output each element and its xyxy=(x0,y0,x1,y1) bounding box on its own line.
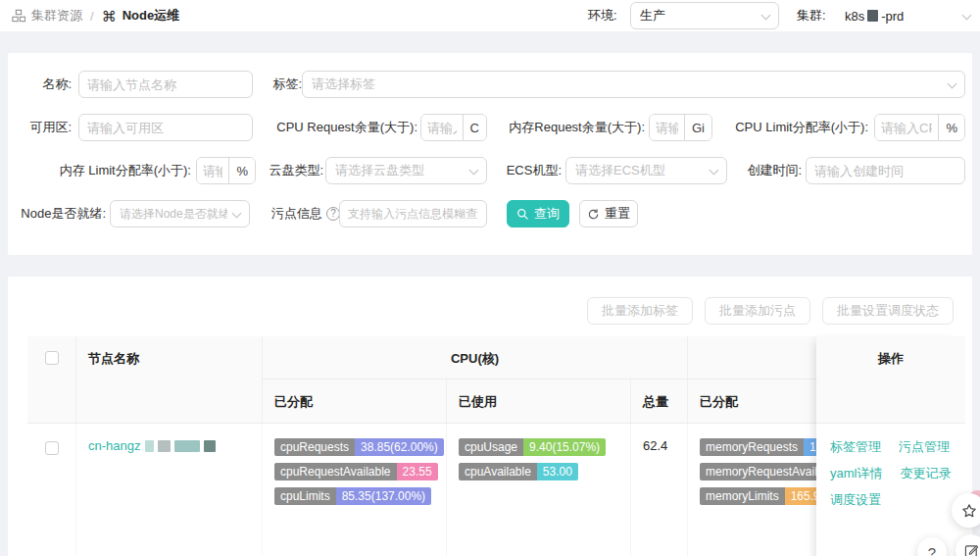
edit-icon xyxy=(964,543,979,556)
action-link[interactable]: 污点管理 xyxy=(899,438,950,456)
created-time-input[interactable] xyxy=(806,157,965,184)
ecs-type-label: ECS机型: xyxy=(503,157,562,184)
batch-add-label-button[interactable]: 批量添加标签 xyxy=(587,297,693,325)
mem-limit-input[interactable] xyxy=(197,158,228,183)
row-checkbox-cell xyxy=(27,424,76,556)
cluster-label: 集群: xyxy=(797,0,826,31)
node-name-cell: cn-hangz xyxy=(76,424,263,556)
env-label: 环境: xyxy=(588,0,617,31)
metric-badge-value: 85.35(137.00%) xyxy=(336,487,431,505)
chevron-down-icon xyxy=(962,11,972,21)
name-label: 名称: xyxy=(8,71,72,98)
ecs-type-placeholder: 请选择ECS机型 xyxy=(575,162,665,179)
disk-type-select[interactable]: 请选择云盘类型 xyxy=(325,157,487,184)
cpu-request-unit: C xyxy=(463,115,486,140)
cpu-total-cell: 62.4 xyxy=(631,424,688,556)
mem-limit-unit: % xyxy=(228,158,255,183)
cpu-limit-input[interactable] xyxy=(875,115,938,140)
metric-badge-label: cpuRequests xyxy=(274,438,355,456)
action-link[interactable]: 标签管理 xyxy=(830,438,881,456)
cpu-request-input[interactable] xyxy=(421,115,463,140)
cpu-allocated-badges: cpuRequests38.85(62.00%)cpuRequestAvaila… xyxy=(274,438,434,505)
chevron-down-icon xyxy=(710,166,719,176)
metric-badge-label: cpuAvailable xyxy=(459,463,537,480)
metric-badge: cpuUsage9.40(15.07%) xyxy=(459,438,606,456)
node-table-panel: 批量添加标签 批量添加污点 批量设置调度状态 节点名称 CPU(核) 已分配 已… xyxy=(8,277,972,556)
metric-badge-value: 53.00 xyxy=(537,463,578,480)
reset-icon xyxy=(587,208,600,221)
metric-badge-value: 38.85(62.00%) xyxy=(355,438,444,456)
action-link[interactable]: 调度设置 xyxy=(830,491,881,509)
cluster-select[interactable]: k8s -prd xyxy=(835,2,980,29)
operations-column: 操作 标签管理污点管理yaml详情变更记录调度设置 xyxy=(816,336,965,556)
reset-button[interactable]: 重置 xyxy=(579,200,638,227)
metric-badge-label: cpuUsage xyxy=(459,438,523,456)
command-icon: ⌘ xyxy=(102,9,117,24)
node-table: 节点名称 CPU(核) 已分配 已使用 总量 已分配 cn-hangz xyxy=(27,336,965,556)
tag-label: 标签: xyxy=(255,71,302,98)
cpu-request-input-group: C xyxy=(420,114,487,141)
mem-limit-label: 内存 Limit分配率(小于): xyxy=(8,157,191,184)
taint-input[interactable] xyxy=(339,200,487,227)
zone-input[interactable] xyxy=(78,114,253,141)
mem-request-label: 内存Request余量(大于): xyxy=(503,114,645,141)
search-icon xyxy=(516,208,529,221)
star-icon xyxy=(961,503,977,519)
chevron-down-icon xyxy=(948,79,957,89)
breadcrumb-separator: / xyxy=(90,9,94,24)
batch-toolbar: 批量添加标签 批量添加污点 批量设置调度状态 xyxy=(587,297,954,325)
row-checkbox[interactable] xyxy=(45,441,59,455)
action-link[interactable]: 变更记录 xyxy=(900,465,951,482)
breadcrumb-parent[interactable]: 集群资源 xyxy=(31,7,82,25)
breadcrumb-current: Node运维 xyxy=(122,7,180,25)
metric-badge: cpuRequests38.85(62.00%) xyxy=(274,438,444,456)
cluster-select-value: k8s -prd xyxy=(845,9,904,24)
taint-label-wrap: 污点信息 ? : xyxy=(271,200,348,227)
cluster-resources-icon xyxy=(12,9,25,23)
mem-request-input-group: Gi xyxy=(649,114,712,141)
env-select[interactable]: 生产 xyxy=(630,2,779,29)
zone-label: 可用区: xyxy=(8,114,72,141)
cpu-used-badges: cpuUsage9.40(15.07%)cpuAvailable53.00 xyxy=(459,438,618,480)
chevron-down-icon xyxy=(232,209,242,219)
favorite-fab-button[interactable] xyxy=(952,493,980,528)
help-circle-icon[interactable]: ? xyxy=(326,207,340,221)
metric-badge-label: cpuLimits xyxy=(274,487,336,505)
metric-badge: cpuRequestAvailable23.55 xyxy=(274,463,438,480)
header-cpu-used: 已使用 xyxy=(447,379,631,424)
metric-badge: cpuLimits85.35(137.00%) xyxy=(274,487,431,505)
action-link[interactable]: yaml详情 xyxy=(830,465,882,482)
batch-set-schedule-button[interactable]: 批量设置调度状态 xyxy=(822,297,954,325)
node-name-link[interactable]: cn-hangz xyxy=(88,438,250,453)
disk-type-label: 云盘类型: xyxy=(268,157,323,184)
header-node-name: 节点名称 xyxy=(76,336,263,424)
redacted-text xyxy=(867,10,878,22)
ecs-type-select[interactable]: 请选择ECS机型 xyxy=(565,157,727,184)
filter-panel: 名称: 标签: 请选择标签 可用区: CPU Request余量(大于): C … xyxy=(8,53,972,255)
metric-badge-label: memoryLimits xyxy=(700,487,785,505)
node-ready-label: Node是否就绪: xyxy=(8,200,106,227)
search-button[interactable]: 查询 xyxy=(507,200,569,227)
filter-row-1: 名称: 标签: 请选择标签 xyxy=(8,71,972,98)
redacted-text xyxy=(145,440,216,452)
select-all-checkbox[interactable] xyxy=(45,351,59,365)
search-button-label: 查询 xyxy=(534,205,560,223)
tag-select[interactable]: 请选择标签 xyxy=(302,71,965,98)
disk-type-placeholder: 请选择云盘类型 xyxy=(335,162,424,179)
node-ready-select[interactable]: 请选择Node是否就绪 xyxy=(110,200,250,227)
mem-request-input[interactable] xyxy=(650,115,684,140)
header-cpu-group: CPU(核) xyxy=(263,336,688,379)
cpu-limit-unit: % xyxy=(938,115,964,140)
cluster-value-prefix: k8s xyxy=(845,9,864,24)
breadcrumb: 集群资源 / ⌘ Node运维 xyxy=(12,0,179,31)
cpu-request-label: CPU Request余量(大于): xyxy=(243,114,417,141)
batch-add-taint-button[interactable]: 批量添加污点 xyxy=(705,297,810,325)
header-checkbox-cell xyxy=(27,336,76,424)
node-name-text: cn-hangz xyxy=(88,438,140,453)
reset-button-label: 重置 xyxy=(605,205,630,223)
env-select-value: 生产 xyxy=(640,7,665,25)
node-name-input[interactable] xyxy=(78,71,253,98)
cpu-total-value: 62.4 xyxy=(643,438,667,453)
question-icon: ? xyxy=(928,544,936,556)
cpu-limit-input-group: % xyxy=(874,114,965,141)
